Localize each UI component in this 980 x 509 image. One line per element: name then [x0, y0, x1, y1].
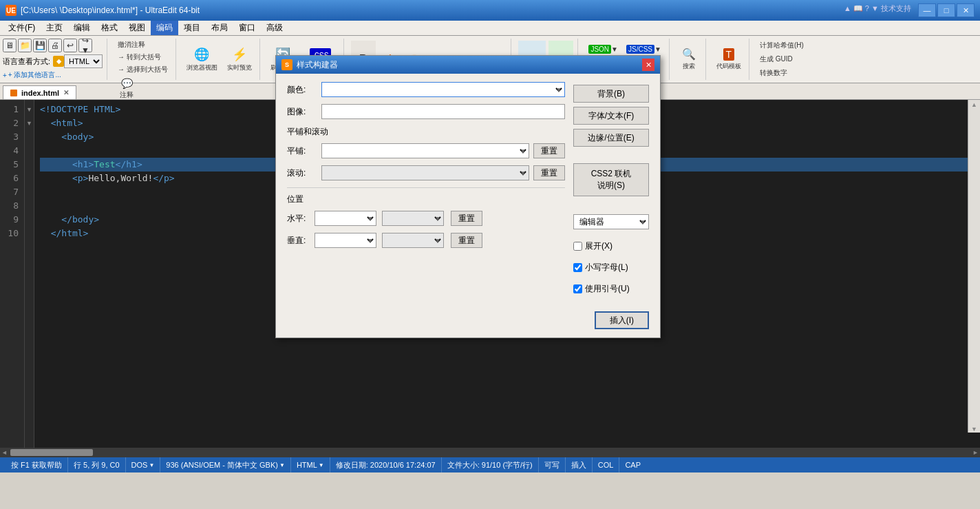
lowercase-label[interactable]: 小写字母(L): [585, 262, 628, 273]
editor-select[interactable]: 编辑器: [573, 214, 649, 229]
quotes-label[interactable]: 使用引号(U): [585, 283, 630, 295]
style-builder-dialog: S 样式构建器 ✕ 颜色: ▼: [275, 55, 661, 338]
vertical-select1[interactable]: [315, 233, 376, 248]
css2-btn[interactable]: CSS2 联机 说明(S): [573, 163, 649, 196]
border-pos-btn[interactable]: 边缘/位置(E): [573, 129, 649, 147]
tile-select[interactable]: [321, 143, 529, 158]
tile-select-wrapper: ▼: [321, 143, 529, 158]
color-label: 颜色:: [287, 84, 321, 96]
tile-label: 平铺:: [287, 145, 321, 157]
horizontal-row: 水平: ▼ ▼: [287, 211, 565, 226]
app-container: UE [C:\Users\ \Desktop\index.html*] - Ul…: [0, 0, 980, 509]
horizontal-select1[interactable]: [315, 211, 376, 226]
scroll-label: 滚动:: [287, 167, 321, 179]
modal-close-button[interactable]: ✕: [642, 59, 654, 71]
scroll-row: 滚动: ▼ 重置: [287, 165, 565, 180]
quotes-checkbox[interactable]: [573, 284, 582, 293]
h-select2-wrapper: ▼: [382, 211, 444, 226]
expand-label[interactable]: 展开(X): [585, 240, 612, 252]
vertical-reset-btn[interactable]: 重置: [451, 233, 482, 248]
modal-footer: 插入(I): [276, 306, 660, 337]
editor-select-wrapper: 编辑器 ▼: [573, 214, 649, 229]
modal-form: 颜色: ▼ 图像:: [287, 82, 565, 298]
insert-button[interactable]: 插入(I): [595, 311, 649, 329]
horizontal-select2[interactable]: [382, 211, 444, 226]
image-row: 图像:: [287, 104, 565, 119]
vertical-select2[interactable]: [382, 233, 444, 248]
horizontal-label: 水平:: [287, 213, 312, 225]
tile-scroll-section: 平铺和滚动 平铺: ▼ 重置: [287, 126, 565, 180]
scroll-reset-btn[interactable]: 重置: [533, 165, 565, 180]
expand-checkbox[interactable]: [573, 242, 582, 251]
lowercase-row: 小写字母(L): [573, 262, 649, 273]
vertical-label: 垂直:: [287, 235, 312, 247]
tile-scroll-title: 平铺和滚动: [287, 126, 565, 138]
expand-row: 展开(X): [573, 240, 649, 252]
scroll-select[interactable]: [321, 165, 529, 180]
modal-icon: S: [281, 59, 292, 70]
position-title: 位置: [287, 194, 565, 205]
image-input[interactable]: [321, 104, 565, 119]
quotes-row: 使用引号(U): [573, 283, 649, 295]
h-select1-wrapper: ▼: [315, 211, 376, 226]
font-text-btn[interactable]: 字体/文本(F): [573, 107, 649, 125]
color-row: 颜色: ▼: [287, 82, 565, 97]
modal-title: 样式构建器: [297, 59, 338, 71]
section-divider-1: [287, 187, 565, 188]
modal-body: 颜色: ▼ 图像:: [276, 74, 660, 306]
modal-title-left: S 样式构建器: [281, 59, 338, 71]
color-select[interactable]: [321, 82, 565, 97]
position-section: 位置 水平: ▼: [287, 194, 565, 248]
scroll-select-wrapper: ▼: [321, 165, 529, 180]
image-label: 图像:: [287, 106, 321, 118]
modal-title-bar: S 样式构建器 ✕: [276, 56, 660, 74]
modal-right-panel: 背景(B) 字体/文本(F) 边缘/位置(E) CSS2 联机 说明(S) 编辑…: [573, 82, 649, 298]
editor-select-row: 编辑器 ▼: [573, 214, 649, 229]
vertical-row: 垂直: ▼ ▼: [287, 233, 565, 248]
tile-row: 平铺: ▼ 重置: [287, 143, 565, 158]
horizontal-reset-btn[interactable]: 重置: [451, 211, 482, 226]
v-select2-wrapper: ▼: [382, 233, 444, 248]
tile-reset-btn[interactable]: 重置: [533, 143, 565, 158]
modal-overlay: S 样式构建器 ✕ 颜色: ▼: [0, 0, 980, 509]
background-btn[interactable]: 背景(B): [573, 85, 649, 103]
v-select1-wrapper: ▼: [315, 233, 376, 248]
color-select-wrapper: ▼: [321, 82, 565, 97]
lowercase-checkbox[interactable]: [573, 263, 582, 272]
